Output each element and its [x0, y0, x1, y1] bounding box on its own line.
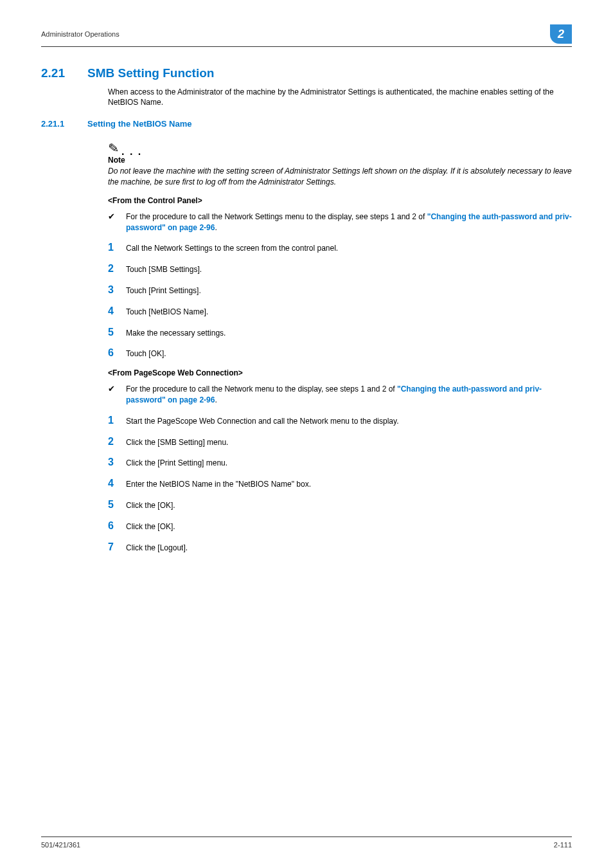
step-number: 5: [108, 327, 126, 338]
header-left: Administrator Operations: [41, 30, 120, 38]
step-number: 5: [108, 499, 126, 511]
step-b6: 6Click the [OK].: [108, 520, 572, 532]
step-text: Make the necessary settings.: [126, 328, 226, 339]
h2-number: 2.21.1: [41, 119, 87, 129]
step-number: 1: [108, 242, 126, 253]
step-a4: 4Touch [NetBIOS Name].: [108, 305, 572, 318]
note-icon-row: ✎ . . .: [108, 141, 572, 154]
step-a3: 3Touch [Print Settings].: [108, 284, 572, 296]
step-b7: 7Click the [Logout].: [108, 541, 572, 554]
step-number: 3: [108, 284, 126, 296]
step-text: Touch [OK].: [126, 348, 166, 359]
subheading-control-panel: <From the Control Panel>: [108, 196, 572, 205]
step-number: 1: [108, 415, 126, 426]
step-number: 3: [108, 457, 126, 468]
step-text: Touch [SMB Settings].: [126, 264, 202, 275]
page: Administrator Operations 2 2.21 SMB Sett…: [0, 0, 613, 868]
header-row: Administrator Operations 2: [41, 24, 572, 44]
note-body: Do not leave the machine with the settin…: [108, 166, 572, 186]
note-block: ✎ . . . Note Do not leave the machine wi…: [108, 141, 572, 186]
footer-left: 501/421/361: [41, 841, 80, 849]
step-b4: 4Enter the NetBIOS Name in the "NetBIOS …: [108, 478, 572, 490]
footer-row: 501/421/361 2-111: [41, 841, 572, 849]
footer-rule: [41, 836, 572, 837]
step-number: 4: [108, 305, 126, 317]
header-rule: [41, 46, 572, 47]
step-number: 4: [108, 478, 126, 489]
step-text: Touch [NetBIOS Name].: [126, 307, 208, 318]
prereq-a-body: For the procedure to call the Network Se…: [126, 212, 572, 233]
subheading-pagescope: <From PageScope Web Connection>: [108, 368, 572, 377]
step-a6: 6Touch [OK].: [108, 347, 572, 359]
h1-text: SMB Setting Function: [87, 66, 214, 80]
step-a5: 5Make the necessary settings.: [108, 327, 572, 339]
step-text: Click the [OK].: [126, 500, 175, 511]
intro-paragraph: When access to the Administrator of the …: [108, 87, 569, 107]
step-b3: 3Click the [Print Setting] menu.: [108, 457, 572, 469]
step-b1: 1Start the PageScope Web Connection and …: [108, 415, 572, 427]
prereq-b-post: .: [215, 395, 217, 404]
step-a2: 2Touch [SMB Settings].: [108, 263, 572, 275]
step-text: Click the [SMB Setting] menu.: [126, 437, 228, 448]
note-label: Note: [108, 156, 572, 165]
check-icon: ✔: [108, 384, 126, 406]
h1-number: 2.21: [41, 66, 87, 80]
footer: 501/421/361 2-111: [41, 836, 572, 849]
step-b2: 2Click the [SMB Setting] menu.: [108, 436, 572, 448]
step-text: Click the [OK].: [126, 521, 175, 532]
step-text: Touch [Print Settings].: [126, 285, 201, 296]
prereq-b-pre: For the procedure to call the Network me…: [126, 384, 397, 393]
step-number: 2: [108, 263, 126, 275]
step-text: Enter the NetBIOS Name in the "NetBIOS N…: [126, 479, 311, 490]
section-heading-2: 2.21.1 Setting the NetBIOS Name: [41, 119, 572, 129]
step-number: 7: [108, 541, 126, 553]
prereq-a-pre: For the procedure to call the Network Se…: [126, 212, 427, 221]
step-b5: 5Click the [OK].: [108, 499, 572, 511]
step-text: Start the PageScope Web Connection and c…: [126, 416, 398, 427]
step-number: 6: [108, 347, 126, 359]
step-number: 6: [108, 520, 126, 532]
step-text: Click the [Logout].: [126, 543, 188, 554]
chapter-number: 2: [558, 28, 564, 41]
chapter-badge: 2: [550, 24, 572, 44]
step-a1: 1Call the Network Settings to the screen…: [108, 242, 572, 254]
step-text: Call the Network Settings to the screen …: [126, 243, 338, 254]
prereq-a: ✔ For the procedure to call the Network …: [108, 212, 572, 233]
note-icon: ✎: [107, 141, 120, 155]
note-dots-icon: . . .: [121, 149, 142, 154]
prereq-a-post: .: [215, 223, 217, 232]
h2-text: Setting the NetBIOS Name: [87, 119, 192, 129]
step-text: Click the [Print Setting] menu.: [126, 458, 227, 469]
prereq-b-body: For the procedure to call the Network me…: [126, 384, 572, 406]
check-icon: ✔: [108, 212, 126, 233]
footer-right: 2-111: [554, 841, 572, 849]
section-heading-1: 2.21 SMB Setting Function: [41, 66, 572, 80]
prereq-b: ✔ For the procedure to call the Network …: [108, 384, 572, 406]
step-number: 2: [108, 436, 126, 448]
